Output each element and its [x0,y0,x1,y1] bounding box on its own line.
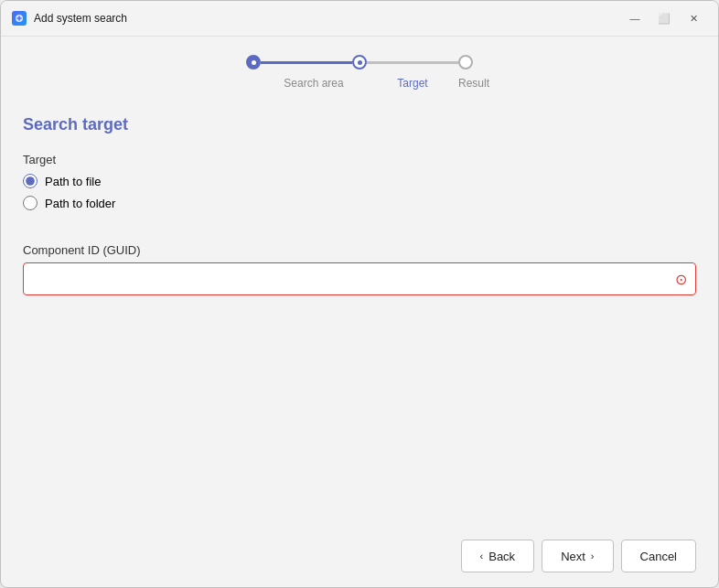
error-icon: ⊙ [675,271,687,288]
step-label-target: Target [367,77,458,90]
component-id-group: Component ID (GUID) ⊙ [23,243,696,295]
app-icon [12,11,27,26]
minimize-button[interactable]: — [621,8,649,28]
step-label-search-area: Search area [261,77,367,90]
stepper: Search area Target Result [23,55,696,90]
stepper-labels: Search area Target Result [261,77,458,90]
title-bar-left: Add system search [12,11,127,26]
next-label: Next [561,550,585,563]
section-title: Search target [23,115,696,134]
connector-2 [367,61,458,64]
cancel-label: Cancel [640,550,677,563]
main-window: Add system search — ⬜ ✕ Search area T [0,0,719,588]
next-button[interactable]: Next › [542,540,613,572]
footer: ‹ Back Next › Cancel [1,525,718,587]
step-target-node [352,55,367,69]
radio-path-to-file[interactable]: Path to file [23,174,696,188]
close-button[interactable]: ✕ [680,8,707,28]
next-arrow-icon: › [591,551,595,561]
radio-path-to-file-input[interactable] [23,174,38,188]
back-arrow-icon: ‹ [480,551,484,561]
radio-path-to-folder-input[interactable] [23,196,38,210]
component-id-input[interactable] [23,262,696,295]
back-label: Back [488,550,515,563]
title-bar: Add system search — ⬜ ✕ [1,1,718,37]
target-label: Target [23,153,696,166]
window-title: Add system search [34,12,127,25]
stepper-track [246,55,473,69]
radio-path-to-folder[interactable]: Path to folder [23,196,696,210]
connector-1 [261,61,352,64]
cancel-button[interactable]: Cancel [621,540,696,572]
step-result-node [458,55,473,69]
radio-path-to-file-label: Path to file [45,175,101,188]
content-area: Search area Target Result Search target … [1,37,718,525]
radio-path-to-folder-label: Path to folder [45,197,115,210]
window-controls: — ⬜ ✕ [621,8,707,28]
maximize-button[interactable]: ⬜ [650,8,678,28]
back-button[interactable]: ‹ Back [461,540,535,572]
component-id-input-wrapper: ⊙ [23,262,696,295]
target-field-group: Target Path to file Path to folder [23,153,696,210]
target-radio-group: Path to file Path to folder [23,174,696,210]
component-id-label: Component ID (GUID) [23,243,696,257]
step-search-area-node [246,55,261,69]
